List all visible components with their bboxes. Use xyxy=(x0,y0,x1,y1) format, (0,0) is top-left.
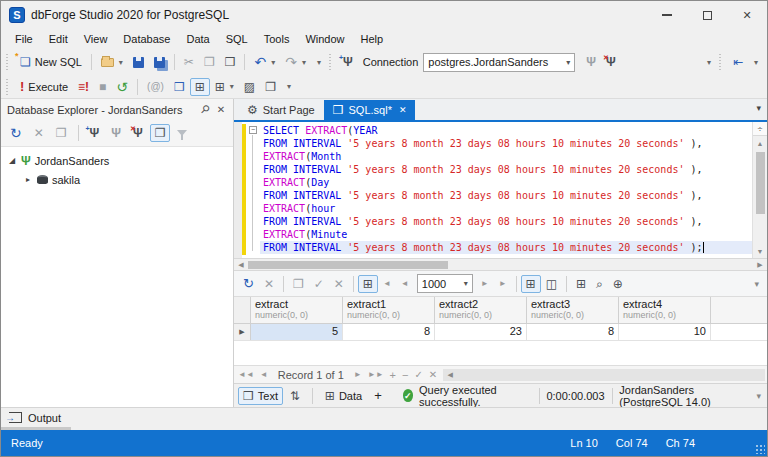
scroll-left-icon[interactable]: ◀ xyxy=(443,371,457,379)
tab-list-button[interactable]: ▾ xyxy=(756,103,761,113)
code-line[interactable]: FROM INTERVAL '5 years 8 month 23 days 0… xyxy=(260,241,752,254)
cut-button[interactable]: ✂ xyxy=(179,53,199,71)
grid-view-button[interactable]: ⊞ xyxy=(521,275,541,293)
menu-item-edit[interactable]: Edit xyxy=(41,31,76,47)
connect-button[interactable]: Ψ xyxy=(106,124,126,142)
scroll-right-icon[interactable]: ▶ xyxy=(753,261,767,269)
tab-data[interactable]: ⊞ Data xyxy=(320,387,367,405)
new-sql-button[interactable]: ❏* New SQL xyxy=(15,53,87,71)
apply-changes-button[interactable]: ✓ xyxy=(309,275,329,293)
tab-close-icon[interactable]: ✕ xyxy=(399,105,407,115)
grid-cell[interactable]: 8 xyxy=(527,324,619,340)
format-document-button[interactable]: ❒ xyxy=(169,78,190,96)
editor-horizontal-scrollbar[interactable]: ◀ ▶ xyxy=(234,259,767,271)
code-line[interactable]: FROM INTERVAL '5 years 8 month 23 days 0… xyxy=(260,137,752,150)
menu-item-data[interactable]: Data xyxy=(178,31,217,47)
fold-collapse-button[interactable]: − xyxy=(249,126,257,134)
show-system-objects-button[interactable]: ❐ xyxy=(150,124,171,142)
code-line[interactable]: FROM INTERVAL '5 years 8 month 23 days 0… xyxy=(260,189,752,202)
record-delete-button[interactable]: − xyxy=(402,369,408,381)
code-completion-button[interactable]: ⇤ xyxy=(728,53,748,71)
record-first-button[interactable]: ◄◄ xyxy=(238,370,254,379)
record-prev-button[interactable]: ◄ xyxy=(260,370,268,379)
tab-sql-sql-[interactable]: ❒SQL.sql*✕ xyxy=(324,100,416,120)
maximize-button[interactable] xyxy=(687,1,727,29)
layout-button[interactable]: ⊞▾ xyxy=(210,78,239,96)
paste-button[interactable]: ❒ xyxy=(220,53,241,71)
connect-button[interactable]: Ψ xyxy=(581,53,601,71)
export-data-button[interactable]: ⊕ xyxy=(608,275,628,293)
menu-item-file[interactable]: File xyxy=(7,31,41,47)
toolbar-grip[interactable] xyxy=(329,54,335,70)
resize-grip[interactable] xyxy=(755,444,765,454)
commit-button[interactable]: ❐ xyxy=(288,275,309,293)
toolbar-options-button[interactable]: ▾ xyxy=(754,279,759,289)
disconnect-button[interactable]: Ψ✕ xyxy=(601,53,621,71)
scrollbar-thumb[interactable] xyxy=(756,152,765,214)
code-line[interactable]: EXTRACT(Minute xyxy=(260,228,752,241)
filter-button[interactable] xyxy=(172,127,192,139)
minimize-button[interactable] xyxy=(647,1,687,29)
record-last-button[interactable]: ►► xyxy=(368,370,384,379)
results-grid[interactable]: extractnumeric(0, 0)extract1numeric(0, 0… xyxy=(234,297,767,341)
cancel-changes-button[interactable]: ✕ xyxy=(329,275,349,293)
new-connection-button[interactable]: Ψ+ xyxy=(338,53,358,71)
execute-script-button[interactable]: ≡! xyxy=(73,78,94,96)
output-tab[interactable]: Output xyxy=(1,408,71,430)
duplicate-object-button[interactable]: ❐ xyxy=(51,124,72,142)
save-button[interactable] xyxy=(128,54,149,71)
swap-panes-button[interactable]: ⇅ xyxy=(285,387,305,405)
code-line[interactable]: EXTRACT(Month xyxy=(260,150,752,163)
column-header-extract1[interactable]: extract1numeric(0, 0) xyxy=(343,297,435,323)
last-page-button[interactable]: ► xyxy=(494,276,512,291)
menu-item-sql[interactable]: SQL xyxy=(218,31,256,47)
new-window-button[interactable]: ❐ xyxy=(260,78,281,96)
toolbar-options-button[interactable]: ▾ xyxy=(701,55,716,70)
query-plan-button[interactable]: ▨ xyxy=(239,78,260,96)
scroll-up-icon[interactable]: ▲ xyxy=(753,136,767,150)
tab-text[interactable]: ❒ Text xyxy=(238,387,283,405)
grid-cell[interactable]: 5 xyxy=(251,324,343,340)
code-line[interactable]: EXTRACT(Day xyxy=(260,176,752,189)
code-line[interactable]: EXTRACT(hour xyxy=(260,202,752,215)
menu-item-help[interactable]: Help xyxy=(353,31,392,47)
toolbar-grip[interactable] xyxy=(719,54,725,70)
editor-vertical-scrollbar[interactable]: ÷ ▲ ▼ xyxy=(752,122,767,258)
toolbar-options-button[interactable]: ▾ xyxy=(756,391,761,401)
find-in-grid-button[interactable]: ⌕ xyxy=(591,275,608,293)
copy-button[interactable]: ❐ xyxy=(199,53,220,71)
column-header-extract4[interactable]: extract4numeric(0, 0) xyxy=(619,297,711,323)
toolbar-grip[interactable] xyxy=(6,79,12,95)
scroll-left-icon[interactable]: ◀ xyxy=(234,261,248,269)
grid-cell[interactable]: 23 xyxy=(435,324,527,340)
card-view-button[interactable]: ◫ xyxy=(541,275,562,293)
menu-item-view[interactable]: View xyxy=(76,31,116,47)
code-line[interactable]: SELECT EXTRACT(YEAR xyxy=(260,124,752,137)
collapsed-arrow-icon[interactable]: ▸ xyxy=(23,175,33,184)
open-file-button[interactable]: ▾ xyxy=(96,55,128,70)
execute-button[interactable]: ! Execute xyxy=(15,76,73,97)
grid-cell[interactable]: 8 xyxy=(343,324,435,340)
new-connection-button[interactable]: Ψ+ xyxy=(85,124,105,142)
toolbar-options-button[interactable]: ▾ xyxy=(311,55,326,70)
column-header-extract[interactable]: extractnumeric(0, 0) xyxy=(251,297,343,323)
record-commit-button[interactable]: ✓ xyxy=(414,369,422,380)
column-header-extract3[interactable]: extract3numeric(0, 0) xyxy=(527,297,619,323)
expanded-arrow-icon[interactable]: ◢ xyxy=(7,156,17,165)
prev-page-button[interactable]: ◄ xyxy=(396,276,414,291)
query-profiler-button[interactable]: ⊞ xyxy=(190,78,210,96)
disconnect-button[interactable]: Ψ✕ xyxy=(128,124,148,142)
menu-item-window[interactable]: Window xyxy=(297,31,352,47)
close-button[interactable]: ✕ xyxy=(727,1,767,29)
pin-button[interactable]: ⚲ xyxy=(197,103,213,116)
panel-close-button[interactable]: ✕ xyxy=(213,104,229,115)
record-cancel-button[interactable]: ✕ xyxy=(429,369,437,380)
code-content[interactable]: SELECT EXTRACT(YEARFROM INTERVAL '5 year… xyxy=(260,122,752,258)
next-page-button[interactable]: ► xyxy=(476,276,494,291)
first-page-button[interactable]: ◄ xyxy=(378,276,396,291)
delete-button[interactable]: ✕ xyxy=(29,124,49,142)
query-history-button[interactable]: ↺ xyxy=(111,78,133,96)
stop-refresh-button[interactable]: ✕ xyxy=(259,275,279,293)
scroll-down-icon[interactable]: ▼ xyxy=(753,244,767,258)
save-all-button[interactable] xyxy=(149,54,170,71)
